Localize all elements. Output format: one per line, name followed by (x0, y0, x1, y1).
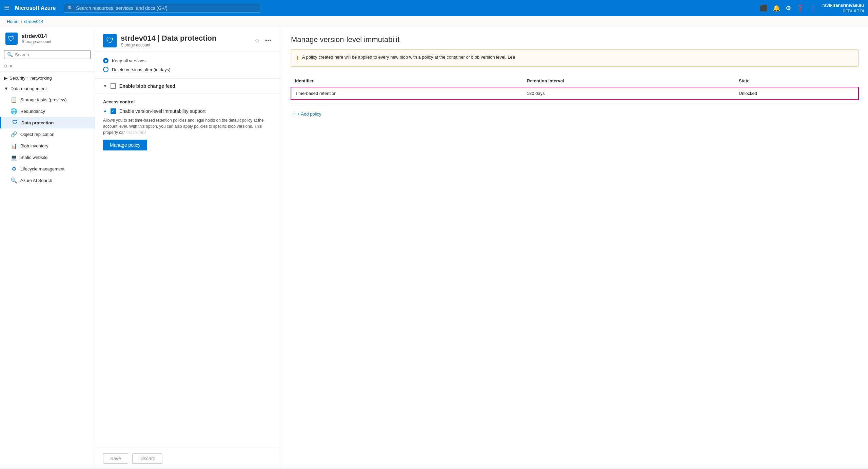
sidebar-item-azure-ai-search[interactable]: 🔍 Azure AI Search (0, 175, 95, 186)
sidebar-item-label: Object replication (20, 132, 54, 137)
info-box: ℹ A policy created here will be applied … (291, 49, 859, 67)
sidebar-actions: ◇ « (0, 62, 95, 70)
sidebar-item-data-protection[interactable]: 🛡 Data protection (0, 117, 95, 128)
favorite-button[interactable]: ☆ (253, 36, 261, 46)
enable-immutability-label: Enable version-level immutability suppor… (119, 108, 205, 114)
data-protection-icon: 🛡 (12, 120, 18, 126)
right-panel-title: Manage version-level immutabilit (291, 35, 859, 44)
access-control-section: Access control ▲ ✓ Enable version-level … (95, 94, 281, 156)
sidebar-item-object-replication[interactable]: 🔗 Object replication (0, 128, 95, 140)
main-layout: 🛡 strdev014 Storage account 🔍 ◇ « ▶ Secu… (0, 27, 868, 468)
page-title: strdev014 | Data protection (121, 34, 216, 43)
object-replication-icon: 🔗 (11, 131, 17, 137)
nav-icons: ⬛ 🔔 ⚙ ❓ 👤 ravikiransrinivasulu DEFAULT D… (760, 3, 864, 13)
add-policy-button[interactable]: ＋ + Add policy (291, 109, 321, 118)
content-area: 🛡 strdev014 | Data protection Storage ac… (95, 27, 868, 468)
settings-icon[interactable]: ⚙ (786, 4, 791, 12)
page-header-actions: ☆ ••• (253, 36, 273, 46)
breadcrumb-separator: › (21, 19, 22, 24)
help-icon[interactable]: ❓ (796, 4, 804, 12)
enable-chevron-up: ▲ (103, 108, 107, 113)
versions-radio-group: Keep all versions Delete versions after … (103, 55, 273, 75)
left-panel: 🛡 strdev014 | Data protection Storage ac… (95, 27, 281, 468)
sidebar-item-blob-inventory[interactable]: 📊 Blob inventory (0, 140, 95, 151)
keep-versions-label: Keep all versions (112, 58, 145, 63)
user-info: ravikiransrinivasulu DEFAULT DI (822, 3, 864, 13)
static-website-icon: 💻 (11, 154, 17, 160)
sidebar-group-label: Security + networking (9, 76, 52, 81)
sidebar-resource-name: strdev014 (22, 33, 89, 39)
sidebar-search-box[interactable]: 🔍 (4, 50, 91, 59)
page-header: 🛡 strdev014 | Data protection Storage ac… (95, 27, 281, 52)
sidebar-title-group: strdev014 Storage account (22, 33, 89, 44)
col-identifier: Identifier (291, 75, 523, 87)
info-text: A policy created here will be applied to… (302, 54, 515, 62)
right-panel: Manage version-level immutabilit ℹ A pol… (281, 27, 868, 468)
add-policy-label: + Add policy (297, 111, 321, 117)
page-subtitle: Storage account (121, 43, 216, 47)
info-icon: ℹ (297, 54, 299, 62)
sidebar-item-lifecycle-management[interactable]: ♻ Lifecycle management (0, 163, 95, 175)
cell-state: Unlocked (735, 87, 859, 100)
keep-versions-radio[interactable] (103, 58, 108, 63)
sidebar-search-input[interactable] (15, 52, 87, 57)
sidebar: 🛡 strdev014 Storage account 🔍 ◇ « ▶ Secu… (0, 27, 95, 468)
col-state: State (735, 75, 859, 87)
delete-versions-option[interactable]: Delete versions after (in days) (103, 67, 273, 72)
sidebar-item-label: Lifecycle management (20, 166, 64, 171)
versions-section-partial: Keep all versions Delete versions after … (95, 52, 281, 79)
sidebar-item-static-website[interactable]: 💻 Static website (0, 151, 95, 163)
breadcrumb-resource[interactable]: strdev014 (24, 19, 43, 24)
sidebar-group-security-networking[interactable]: ▶ Security + networking (0, 73, 95, 83)
sidebar-resource-type: Storage account (22, 39, 89, 44)
redundancy-icon: 🌐 (11, 108, 17, 114)
bottom-toolbar: Save Discard (95, 449, 281, 468)
table-row[interactable]: Time-based retention 180 days Unlocked (291, 87, 859, 100)
col-retention: Retention interval (523, 75, 735, 87)
delete-versions-radio[interactable] (103, 67, 108, 72)
sidebar-item-redundancy[interactable]: 🌐 Redundancy (0, 105, 95, 117)
discard-button[interactable]: Discard (132, 453, 162, 464)
sidebar-item-label: Data protection (21, 120, 54, 125)
global-search-box[interactable]: 🔍 (64, 4, 260, 13)
breadcrumb-home[interactable]: Home (7, 19, 19, 24)
hamburger-icon[interactable]: ☰ (4, 4, 9, 12)
top-navigation: ☰ Microsoft Azure 🔍 ⬛ 🔔 ⚙ ❓ 👤 ravikirans… (0, 0, 868, 16)
save-button[interactable]: Save (103, 453, 128, 464)
change-feed-chevron: ▼ (103, 84, 107, 88)
sidebar-search-icon: 🔍 (7, 52, 13, 57)
global-search-input[interactable] (76, 5, 257, 11)
brand-name: Microsoft Azure (15, 5, 56, 11)
sidebar-item-label: Blob inventory (20, 143, 48, 148)
delete-versions-label: Delete versions after (in days) (112, 67, 171, 72)
policy-table: Identifier Retention interval State Time… (291, 75, 859, 100)
page-header-text: strdev014 | Data protection Storage acco… (121, 34, 216, 47)
sidebar-item-label: Storage tasks (preview) (20, 97, 67, 102)
cell-identifier: Time-based retention (291, 87, 523, 100)
more-options-button[interactable]: ••• (264, 36, 273, 46)
manage-policy-button[interactable]: Manage policy (103, 140, 147, 150)
change-feed-label: Enable blob change feed (119, 83, 175, 89)
blob-inventory-icon: 📊 (11, 143, 17, 149)
bell-icon[interactable]: 🔔 (773, 4, 780, 12)
sidebar-group-data-management[interactable]: ▼ Data management (0, 83, 95, 94)
chevron-right-icon: ▶ (4, 76, 7, 81)
table-header-row: Identifier Retention interval State (291, 75, 859, 87)
change-feed-checkbox[interactable] (111, 83, 116, 89)
change-feed-header[interactable]: ▼ Enable blob change feed (95, 79, 281, 94)
user-icon[interactable]: 👤 (809, 4, 817, 12)
search-icon: 🔍 (67, 5, 73, 11)
enable-immutability-checkbox[interactable]: ✓ (111, 108, 116, 114)
enable-immutability-row: ▲ ✓ Enable version-level immutability su… (103, 108, 273, 114)
storage-tasks-icon: 📋 (11, 97, 17, 103)
immutability-description: Allows you to set time-based retention p… (103, 117, 273, 136)
breadcrumb: Home › strdev014 (0, 16, 868, 27)
keep-versions-option[interactable]: Keep all versions (103, 58, 273, 63)
sidebar-item-storage-tasks[interactable]: 📋 Storage tasks (preview) (0, 94, 95, 105)
collapse-sidebar-button[interactable]: « (10, 63, 13, 68)
terminal-icon[interactable]: ⬛ (760, 4, 767, 12)
diamond-icon: ◇ (4, 63, 7, 68)
sidebar-group-label-data: Data management (11, 86, 47, 91)
panel-content: Keep all versions Delete versions after … (95, 52, 281, 449)
sidebar-resource-icon: 🛡 (5, 33, 18, 45)
